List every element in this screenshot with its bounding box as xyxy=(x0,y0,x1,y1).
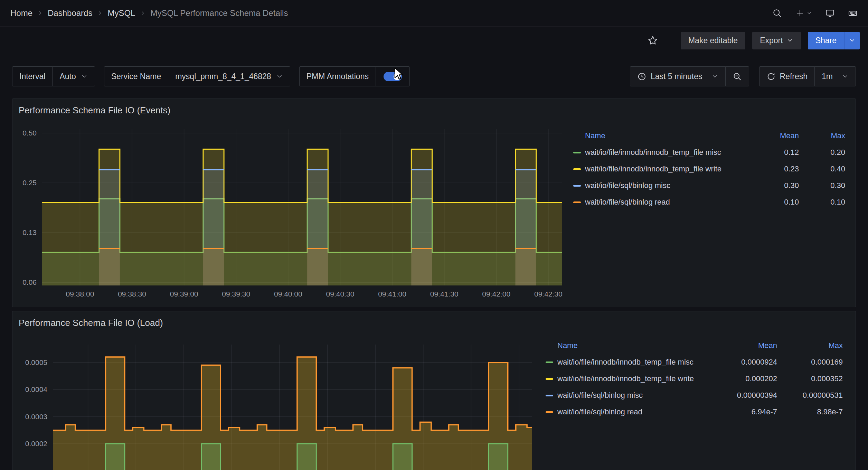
service-name-label: Service Name xyxy=(104,66,168,86)
zoom-out-icon[interactable] xyxy=(725,66,749,86)
breadcrumb-home[interactable]: Home xyxy=(10,8,32,18)
legend-header-mean[interactable]: Mean xyxy=(744,131,799,140)
legend-header-mean[interactable]: Mean xyxy=(717,341,777,350)
filter-bar: Interval Auto Service Name mysql_pmm_8_4… xyxy=(12,66,856,86)
make-editable-button[interactable]: Make editable xyxy=(681,32,745,49)
legend-row: wait/io/file/innodb/innodb_temp_file mis… xyxy=(573,144,845,161)
legend-header-max[interactable]: Max xyxy=(799,131,845,140)
series-color-swatch xyxy=(546,361,553,363)
series-max: 0.000352 xyxy=(777,374,843,383)
pmm-annotations-toggle-wrap xyxy=(376,66,410,86)
svg-text:0.0003: 0.0003 xyxy=(25,413,47,421)
chevron-down-icon xyxy=(276,73,283,80)
monitor-icon[interactable] xyxy=(825,8,835,18)
chevron-down-icon xyxy=(849,37,856,44)
pmm-annotations-control: PMM Annotations xyxy=(299,66,410,86)
star-icon[interactable] xyxy=(648,35,658,46)
share-label: Share xyxy=(815,36,837,45)
legend-row: wait/io/file/innodb/innodb_temp_file mis… xyxy=(546,354,843,370)
legend-header: Name Mean Max xyxy=(573,128,845,144)
svg-text:09:42:00: 09:42:00 xyxy=(482,290,510,298)
load-legend: Name Mean Max wait/io/file/innodb/innodb… xyxy=(546,337,843,420)
panel-title[interactable]: Performance Schema File IO (Load) xyxy=(19,318,163,328)
series-mean: 0.0000924 xyxy=(717,358,777,367)
service-name-select[interactable]: mysql_pmm_8_4_1_46828 xyxy=(168,66,290,86)
series-color-swatch xyxy=(546,378,553,380)
series-name: wait/io/file/innodb/innodb_temp_file wri… xyxy=(585,164,721,173)
interval-control: Interval Auto xyxy=(12,66,95,86)
series-toggle[interactable]: wait/io/file/innodb/innodb_temp_file wri… xyxy=(573,164,744,173)
svg-text:0.13: 0.13 xyxy=(22,228,37,236)
series-max: 0.30 xyxy=(799,181,845,190)
series-toggle[interactable]: wait/io/file/innodb/innodb_temp_file wri… xyxy=(546,374,717,383)
series-max: 8.98e-7 xyxy=(777,407,843,416)
events-legend: Name Mean Max wait/io/file/innodb/innodb… xyxy=(573,128,845,210)
series-mean: 0.23 xyxy=(744,164,799,173)
legend-row: wait/io/file/sql/binlog misc 0.30 0.30 xyxy=(573,177,845,194)
share-button[interactable]: Share xyxy=(808,32,844,49)
breadcrumb-current-page: MySQL Performance Schema Details xyxy=(150,8,288,18)
export-button[interactable]: Export xyxy=(752,32,801,49)
chevron-down-icon xyxy=(842,73,849,80)
series-toggle[interactable]: wait/io/file/sql/binlog read xyxy=(546,407,717,416)
service-name-control: Service Name mysql_pmm_8_4_1_46828 xyxy=(104,66,290,86)
interval-select[interactable]: Auto xyxy=(52,66,95,86)
export-label: Export xyxy=(760,36,783,45)
legend-header-name[interactable]: Name xyxy=(573,131,744,140)
legend-row: wait/io/file/innodb/innodb_temp_file wri… xyxy=(573,161,845,177)
series-mean: 6.94e-7 xyxy=(717,407,777,416)
svg-text:09:39:30: 09:39:30 xyxy=(222,290,250,298)
breadcrumb-dashboards[interactable]: Dashboards xyxy=(48,8,92,18)
svg-text:09:42:30: 09:42:30 xyxy=(534,290,563,298)
series-mean: 0.000202 xyxy=(717,374,777,383)
breadcrumb-separator-icon xyxy=(37,10,44,17)
panel-performance-schema-file-io-events: Performance Schema File IO (Events) 09:3… xyxy=(12,98,856,307)
time-controls: Last 5 minutes Refresh 1m xyxy=(630,66,856,86)
series-color-swatch xyxy=(573,201,581,203)
svg-text:09:40:30: 09:40:30 xyxy=(326,290,355,298)
keyboard-icon[interactable] xyxy=(848,8,858,18)
svg-text:0.50: 0.50 xyxy=(22,129,37,137)
legend-header: Name Mean Max xyxy=(546,337,843,354)
search-icon[interactable] xyxy=(772,8,782,18)
svg-text:0.06: 0.06 xyxy=(22,278,37,286)
panel-title[interactable]: Performance Schema File IO (Events) xyxy=(19,105,170,116)
service-name-value: mysql_pmm_8_4_1_46828 xyxy=(175,72,271,81)
svg-text:09:41:00: 09:41:00 xyxy=(378,290,406,298)
series-max: 0.00000531 xyxy=(777,391,843,400)
legend-row: wait/io/file/sql/binlog read 0.10 0.10 xyxy=(573,194,845,210)
series-toggle[interactable]: wait/io/file/innodb/innodb_temp_file mis… xyxy=(546,358,717,367)
refresh-interval-select[interactable]: 1m xyxy=(814,66,856,86)
svg-text:09:38:30: 09:38:30 xyxy=(118,290,146,298)
refresh-group: Refresh 1m xyxy=(759,66,856,86)
series-color-swatch xyxy=(546,395,553,396)
svg-text:09:41:30: 09:41:30 xyxy=(430,290,459,298)
series-max: 0.20 xyxy=(799,148,845,157)
series-toggle[interactable]: wait/io/file/sql/binlog misc xyxy=(573,181,744,190)
time-range-label: Last 5 minutes xyxy=(651,72,702,81)
refresh-interval-value: 1m xyxy=(822,72,833,81)
breadcrumb-separator-icon xyxy=(139,10,146,17)
series-toggle[interactable]: wait/io/file/innodb/innodb_temp_file mis… xyxy=(573,148,744,157)
svg-text:09:39:00: 09:39:00 xyxy=(170,290,198,298)
series-toggle[interactable]: wait/io/file/sql/binlog read xyxy=(573,198,744,207)
share-dropdown-button[interactable] xyxy=(844,32,860,49)
clock-icon xyxy=(637,72,647,81)
series-mean: 0.10 xyxy=(744,198,799,207)
refresh-button[interactable]: Refresh xyxy=(759,66,815,86)
dashboard-toolbar: Make editable Export Share xyxy=(0,27,868,54)
make-editable-label: Make editable xyxy=(688,36,738,45)
svg-text:09:40:00: 09:40:00 xyxy=(274,290,302,298)
breadcrumb-bar: Home Dashboards MySQL MySQL Performance … xyxy=(0,0,868,27)
share-button-group: Share xyxy=(808,32,860,49)
series-toggle[interactable]: wait/io/file/sql/binlog misc xyxy=(546,391,717,400)
panel-performance-schema-file-io-load: Performance Schema File IO (Load) 0.0005… xyxy=(12,311,856,470)
breadcrumb-mysql[interactable]: MySQL xyxy=(107,8,135,18)
legend-header-max[interactable]: Max xyxy=(777,341,843,350)
time-range-picker[interactable]: Last 5 minutes xyxy=(630,66,726,86)
add-panel-icon[interactable] xyxy=(795,8,812,18)
series-name: wait/io/file/sql/binlog misc xyxy=(585,181,670,190)
legend-header-name[interactable]: Name xyxy=(546,341,717,350)
breadcrumb-separator-icon xyxy=(96,10,103,17)
series-name: wait/io/file/sql/binlog read xyxy=(557,407,642,416)
